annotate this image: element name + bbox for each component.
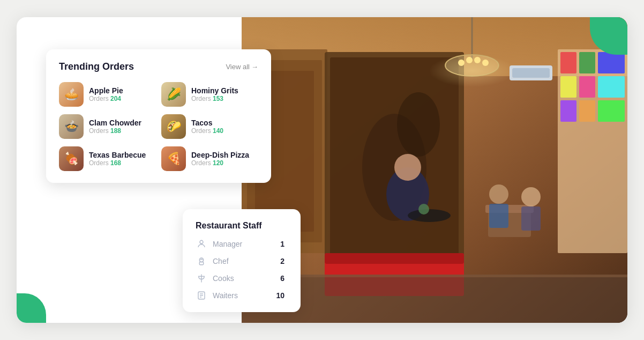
staff-item-manager: Manager 1: [196, 239, 284, 249]
staff-role-chef: Chef: [213, 257, 275, 265]
food-orders-apple-pie: Orders 204: [89, 95, 123, 102]
staff-count-chef: 2: [280, 257, 284, 265]
trending-item-tacos[interactable]: 🌮 Tacos Orders 140: [161, 114, 258, 139]
svg-rect-11: [579, 52, 595, 73]
staff-role-waiters: Waiters: [213, 291, 271, 300]
svg-point-34: [394, 154, 421, 181]
svg-rect-28: [512, 68, 550, 78]
staff-item-cooks: Cooks 6: [196, 274, 284, 283]
svg-rect-13: [560, 76, 576, 98]
food-name-hominy-grits: Hominy Grits: [191, 86, 238, 95]
food-image-deep-dish: 🍕: [161, 146, 186, 171]
food-orders-texas-bbq: Orders 168: [89, 159, 146, 167]
food-name-clam-chowder: Clam Chowder: [89, 119, 141, 127]
main-card: Trending Orders View all → 🥧 Apple Pie O…: [17, 17, 627, 323]
staff-card-title: Restaurant Staff: [196, 221, 284, 231]
staff-icon-manager: [196, 239, 207, 249]
staff-role-manager: Manager: [213, 240, 275, 248]
svg-rect-18: [598, 100, 625, 122]
svg-point-37: [489, 184, 508, 204]
trending-grid: 🥧 Apple Pie Orders 204 🌽 Hominy Grits Or…: [59, 82, 258, 171]
svg-rect-45: [199, 262, 204, 265]
svg-rect-12: [598, 52, 625, 73]
staff-list: Manager 1 Chef 2 Cooks 6 Waiters 10: [196, 239, 284, 300]
staff-item-chef: Chef 2: [196, 256, 284, 266]
food-info-tacos: Tacos Orders 140: [191, 119, 223, 135]
food-orders-hominy-grits: Orders 153: [191, 95, 238, 102]
food-name-apple-pie: Apple Pie: [89, 86, 123, 95]
svg-rect-17: [579, 100, 595, 122]
food-name-texas-bbq: Texas Barbecue: [89, 151, 146, 159]
staff-icon-cooks: [196, 274, 207, 283]
food-image-texas-bbq: 🍖: [59, 146, 84, 171]
food-image-clam-chowder: 🍲: [59, 114, 84, 139]
svg-rect-10: [560, 52, 576, 73]
food-image-hominy-grits: 🌽: [161, 82, 186, 107]
svg-rect-30: [325, 253, 464, 264]
food-image-tacos: 🌮: [161, 114, 186, 139]
svg-point-8: [397, 92, 440, 157]
svg-rect-14: [579, 76, 595, 98]
food-info-hominy-grits: Hominy Grits Orders 153: [191, 86, 238, 102]
svg-point-44: [199, 258, 204, 262]
trending-item-texas-bbq[interactable]: 🍖 Texas Barbecue Orders 168: [59, 146, 156, 171]
view-all-link[interactable]: View all →: [226, 63, 258, 71]
food-info-apple-pie: Apple Pie Orders 204: [89, 86, 123, 102]
staff-count-waiters: 10: [276, 291, 284, 300]
staff-card: Restaurant Staff Manager 1 Chef 2 Cooks …: [183, 209, 301, 312]
trending-item-apple-pie[interactable]: 🥧 Apple Pie Orders 204: [59, 82, 156, 107]
svg-point-35: [408, 209, 451, 222]
svg-rect-38: [489, 204, 508, 228]
trending-card: Trending Orders View all → 🥧 Apple Pie O…: [46, 49, 271, 183]
staff-role-cooks: Cooks: [213, 274, 275, 283]
food-info-texas-bbq: Texas Barbecue Orders 168: [89, 151, 146, 167]
trending-item-deep-dish[interactable]: 🍕 Deep-Dish Pizza Orders 120: [161, 146, 258, 171]
staff-icon-chef: [196, 256, 207, 266]
food-orders-tacos: Orders 140: [191, 127, 223, 135]
staff-icon-waiters: [196, 291, 207, 300]
food-orders-clam-chowder: Orders 188: [89, 127, 141, 135]
trending-title: Trending Orders: [59, 61, 134, 72]
green-accent-bottom-left: [17, 293, 46, 323]
svg-point-26: [429, 55, 515, 87]
svg-point-43: [200, 240, 203, 243]
food-orders-deep-dish: Orders 120: [191, 159, 249, 167]
svg-rect-40: [521, 206, 541, 231]
svg-rect-15: [598, 76, 625, 98]
trending-item-hominy-grits[interactable]: 🌽 Hominy Grits Orders 153: [161, 82, 258, 107]
staff-count-cooks: 6: [280, 274, 284, 283]
svg-rect-16: [560, 100, 576, 122]
view-all-label: View all: [226, 63, 250, 71]
svg-point-36: [418, 204, 429, 215]
food-info-clam-chowder: Clam Chowder Orders 188: [89, 119, 141, 135]
svg-point-39: [521, 187, 541, 206]
trending-item-clam-chowder[interactable]: 🍲 Clam Chowder Orders 188: [59, 114, 156, 139]
staff-count-manager: 1: [280, 240, 284, 248]
staff-item-waiters: Waiters 10: [196, 291, 284, 300]
food-name-deep-dish: Deep-Dish Pizza: [191, 151, 249, 159]
food-info-deep-dish: Deep-Dish Pizza Orders 120: [191, 151, 249, 167]
food-name-tacos: Tacos: [191, 119, 223, 127]
food-image-apple-pie: 🥧: [59, 82, 84, 107]
trending-header: Trending Orders View all →: [59, 61, 258, 72]
arrow-icon: →: [251, 63, 258, 71]
